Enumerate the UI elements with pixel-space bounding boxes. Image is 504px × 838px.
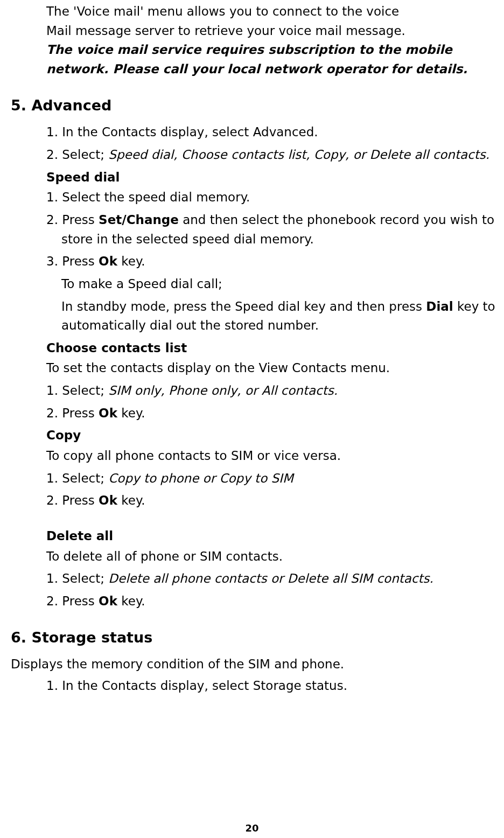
text-italic: SIM only, Phone only, or All contacts.	[108, 383, 338, 397]
list-item: 1. In the Contacts display, select Advan…	[46, 123, 499, 142]
list-item: 2. Press Ok key.	[46, 404, 499, 423]
subheading-delete-all: Delete all	[46, 527, 499, 546]
list-item: 2. Press Set/Change and then select the …	[46, 211, 499, 249]
description-line: To set the contacts display on the View …	[46, 359, 499, 378]
subheading-speed-dial: Speed dial	[46, 168, 499, 187]
tip-line: In standby mode, press the Speed dial ke…	[46, 297, 499, 336]
description-line: To delete all of phone or SIM contacts.	[46, 547, 499, 567]
text-bold: Set/Change	[99, 213, 179, 227]
text-italic: Speed dial, Choose contacts list, Copy, …	[108, 148, 489, 162]
page-number: 20	[0, 821, 504, 836]
list-item: 1. Select; Delete all phone contacts or …	[46, 569, 499, 589]
text-bold: Ok	[99, 594, 117, 608]
text-run: key.	[117, 594, 145, 608]
emphasis-line: network. Please call your local network …	[46, 62, 467, 76]
text-run: 2. Press	[46, 594, 99, 608]
text-run: 2. Select;	[46, 148, 108, 162]
list-item: 2. Select; Speed dial, Choose contacts l…	[46, 145, 499, 165]
text-run: In standby mode, press the Speed dial ke…	[61, 299, 426, 313]
text-line: Mail message server to retrieve your voi…	[46, 24, 405, 38]
subheading-copy: Copy	[46, 426, 499, 445]
text-italic: Copy to phone or Copy to SIM	[108, 471, 293, 485]
text-run: key.	[117, 254, 145, 268]
heading-advanced: 5. Advanced	[11, 94, 499, 117]
list-item: 3. Press Ok key.	[46, 252, 499, 271]
text-bold: Ok	[99, 406, 117, 420]
text-run: 1. Select;	[46, 383, 108, 397]
list-item: 1. In the Contacts display, select Stora…	[46, 676, 499, 696]
tip-line: To make a Speed dial call;	[46, 275, 499, 294]
text-line: The 'Voice mail' menu allows you to conn…	[46, 4, 399, 18]
intro-paragraph: The 'Voice mail' menu allows you to conn…	[46, 2, 499, 79]
text-bold: Ok	[99, 493, 117, 507]
text-italic: Delete all phone contacts or Delete all …	[108, 571, 433, 585]
spacer	[46, 514, 499, 523]
text-run: key.	[117, 493, 145, 507]
subheading-choose-contacts: Choose contacts list	[46, 339, 499, 358]
description-line: To copy all phone contacts to SIM or vic…	[46, 446, 499, 466]
page: The 'Voice mail' menu allows you to conn…	[0, 0, 504, 838]
text-run: 2. Press	[46, 493, 99, 507]
content-block: The 'Voice mail' menu allows you to conn…	[0, 0, 504, 696]
text-run: 3. Press	[46, 254, 99, 268]
text-run: 1. Select;	[46, 571, 108, 585]
heading-storage-status: 6. Storage status	[11, 626, 499, 649]
list-item: 2. Press Ok key.	[46, 592, 499, 611]
list-item: 1. Select; SIM only, Phone only, or All …	[46, 381, 499, 401]
text-bold: Ok	[99, 254, 117, 268]
text-run: 2. Press	[46, 406, 99, 420]
description-line: Displays the memory condition of the SIM…	[11, 655, 499, 674]
text-run: 1. Select;	[46, 471, 108, 485]
list-item: 1. Select; Copy to phone or Copy to SIM	[46, 469, 499, 488]
emphasis-line: The voice mail service requires subscrip…	[46, 43, 452, 57]
list-item: 2. Press Ok key.	[46, 491, 499, 511]
text-run: key.	[117, 406, 145, 420]
text-bold: Dial	[426, 299, 453, 313]
list-item: 1. Select the speed dial memory.	[46, 188, 499, 207]
text-run: 2. Press	[46, 213, 99, 227]
